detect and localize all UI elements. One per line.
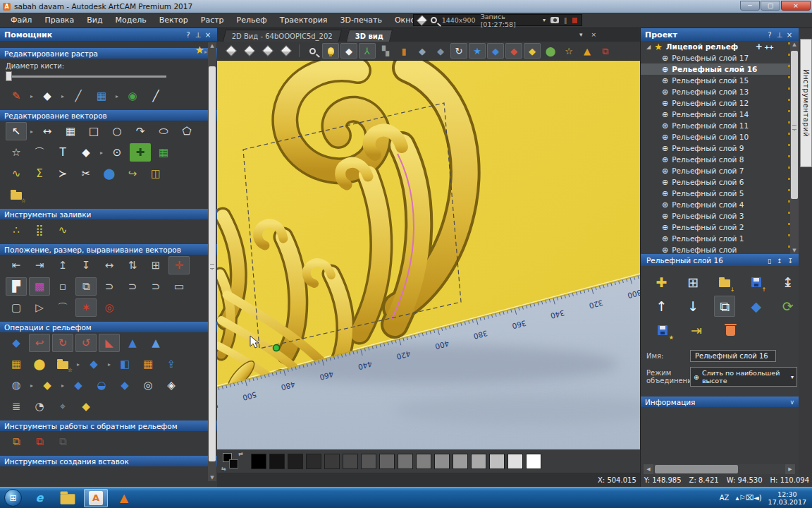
menu-item[interactable]: Вектор (153, 13, 195, 27)
delete-layer-button[interactable] (718, 320, 742, 341)
layer-row[interactable]: ⊕Рельефный слой 5 (641, 188, 799, 199)
view-iso-back-icon[interactable] (241, 43, 258, 59)
offset-dropdown[interactable]: ▸ (29, 382, 35, 389)
layer-row[interactable]: ⊕Рельефный слой 15 (641, 75, 799, 86)
load-dropdown[interactable]: ▸ (106, 361, 112, 368)
colour-swatch[interactable] (379, 454, 395, 469)
colour-swatch[interactable] (471, 454, 486, 469)
tab-3d-view[interactable]: 3D вид (346, 30, 393, 42)
colour-swatch[interactable] (361, 454, 376, 469)
paint-dropdown[interactable]: ▸ (29, 93, 35, 99)
flood-fill-button[interactable]: ◉ (122, 87, 143, 105)
curve-handle-button[interactable]: ⌒ (52, 298, 73, 317)
centre-in-page-button[interactable]: ✛ (168, 256, 190, 274)
layer-row[interactable]: ⊕Рельефный слой 12 (641, 97, 799, 109)
weld-a-button[interactable]: ⊃ (99, 277, 120, 296)
draw-line-button[interactable]: ╱ (145, 87, 166, 105)
three-axis-button[interactable]: ◔ (29, 397, 50, 416)
taskbar-clock[interactable]: 12:3017.03.2017 (768, 490, 806, 506)
chevron-down-icon[interactable]: ∨ (789, 399, 794, 406)
network-icon[interactable]: ⌧ (745, 494, 753, 502)
align-right-button[interactable]: ⇥ (29, 256, 50, 274)
active-layer-bar[interactable]: Рельефный слой 16 ▯↥↧ (641, 254, 799, 266)
bend-relief-button[interactable]: ◆ (114, 376, 135, 394)
colour-shade-button[interactable]: ⧉ (597, 43, 614, 59)
envelope-distort-button[interactable]: ▦ (60, 122, 81, 140)
layer-row[interactable]: ⊕Рельефный слой 11 (641, 120, 799, 131)
split-relief-button[interactable]: ◧ (114, 355, 135, 373)
taskbar-vlc-icon[interactable]: ▲ (112, 489, 136, 507)
section-inlay-tools[interactable]: Инструменты создания вставок ∨ (0, 456, 217, 466)
minimize-button[interactable]: ─ (740, 1, 760, 11)
create-star-button[interactable]: ☆ (6, 143, 27, 162)
toggle-light-button[interactable] (322, 43, 339, 59)
layer-row[interactable]: ⊕Рельефный слой 6 (641, 176, 799, 188)
layer-row[interactable]: ⊕Рельефный слой 4 (641, 199, 799, 210)
hatch-fill-button[interactable]: ✶ (75, 298, 97, 317)
view-iso-right-icon[interactable] (278, 43, 295, 59)
menu-item[interactable]: 3D-печать (333, 13, 388, 27)
new-from-selection-button[interactable]: ⊞ (682, 272, 704, 293)
layer-row[interactable]: ⊕Рельефный слой 3 (641, 210, 799, 222)
brush-diameter-slider[interactable] (6, 71, 166, 81)
rotate-relief-button[interactable]: ↻ (52, 334, 73, 352)
slider-thumb[interactable] (6, 71, 12, 81)
section-align-vectors[interactable]: Положение, размер, выравнивание векторов… (0, 244, 217, 255)
red-layer-button[interactable]: ◆ (505, 43, 522, 59)
origin-axes-button[interactable]: ⅄ (359, 43, 376, 59)
expander-icon[interactable]: ◢ (646, 44, 651, 50)
draft-pyramid-button[interactable]: ▲ (579, 43, 596, 59)
title-bar[interactable]: A sabah davam - Autodesk ArtCAM Premium … (0, 0, 812, 13)
tree-root-row[interactable]: ◢ ★ Лицевой рельеф + ++ (641, 41, 799, 52)
fill-circles-button[interactable]: ∴ (6, 221, 27, 239)
copy-small-button[interactable]: ▫ (52, 277, 73, 296)
spiral-fill-button[interactable]: ◎ (99, 298, 120, 317)
tree-scrollbar[interactable]: ▲ ▼ (790, 41, 799, 254)
weave-relief-button[interactable]: ▦ (6, 355, 27, 373)
menu-item[interactable]: Вид (80, 13, 109, 27)
recorder-record-icon[interactable] (572, 18, 577, 23)
block-model-button[interactable]: ▚ (377, 43, 394, 59)
palette-add-button[interactable]: ▦ (91, 87, 112, 105)
relief-library-button[interactable]: ☆ (52, 355, 73, 373)
section-vector-editing[interactable]: Редактирование векторов ∧ (0, 110, 217, 121)
section-inverse-relief[interactable]: Инструменты работы с обратным рельефом ∧ (0, 421, 217, 431)
menu-item[interactable]: Правка (38, 13, 80, 27)
block-paste-button[interactable]: ▩ (29, 277, 50, 296)
menu-item[interactable]: Модель (109, 13, 153, 27)
align-centre-h-button[interactable]: ↔ (99, 256, 120, 274)
menu-item[interactable]: Растр (195, 13, 230, 27)
layer-row[interactable]: ⊕Рельефный слой 13 (641, 86, 799, 97)
greyscale-view-button[interactable]: ⬤ (542, 43, 559, 59)
3d-viewport[interactable]: 300320340360380400420440460480500520 (217, 61, 640, 449)
fit-curve-button[interactable]: ∿ (6, 164, 27, 183)
favorites-star-icon[interactable]: ★▸ (195, 44, 207, 56)
layer-row[interactable]: ⊕Рельефный слой 17 (641, 52, 799, 64)
scrollbar-thumb[interactable] (791, 51, 798, 199)
vector-library-button[interactable]: ☆ (6, 186, 27, 204)
close-panel-icon[interactable]: × (203, 31, 213, 39)
cup-relief-button[interactable]: ◆ (75, 397, 97, 416)
rotate-view-button[interactable]: ↻ (450, 43, 467, 59)
add-layer-button[interactable]: ✚ (651, 272, 672, 293)
zoom-objects-button[interactable]: ☆ (560, 43, 577, 59)
double-relief-button[interactable]: ▲ (145, 334, 166, 352)
erase-button[interactable]: ◆ (37, 87, 58, 105)
dome-dropdown[interactable]: ▸ (60, 382, 66, 389)
round-rect-button[interactable]: ▢ (6, 298, 27, 317)
block-copy-button[interactable]: ▛ (6, 277, 27, 296)
layer-row[interactable]: ⊕Рельефный слой 9 (641, 143, 799, 154)
flip-relief-button[interactable]: ↩ (29, 334, 50, 352)
save-layer-button[interactable]: ★ (651, 320, 675, 341)
align-bottom-button[interactable]: ↧ (75, 256, 97, 274)
vector-node-handle[interactable] (273, 345, 280, 351)
triangle-tool-button[interactable]: ▷ (29, 298, 50, 317)
fit-beziers-button[interactable]: ≻ (52, 164, 73, 183)
mirror-vectors-button[interactable]: ◫ (145, 164, 166, 183)
add-layers-icon[interactable]: ++ (764, 44, 773, 51)
cylinder-model-button[interactable]: ▮ (395, 43, 412, 59)
group-overlap-button[interactable]: ⧉ (75, 277, 97, 296)
primary-secondary-colours[interactable]: ⇄ ⇆ (223, 452, 244, 471)
envelope-relief-button[interactable]: ◒ (91, 376, 112, 394)
help-icon[interactable]: ? (765, 31, 775, 39)
